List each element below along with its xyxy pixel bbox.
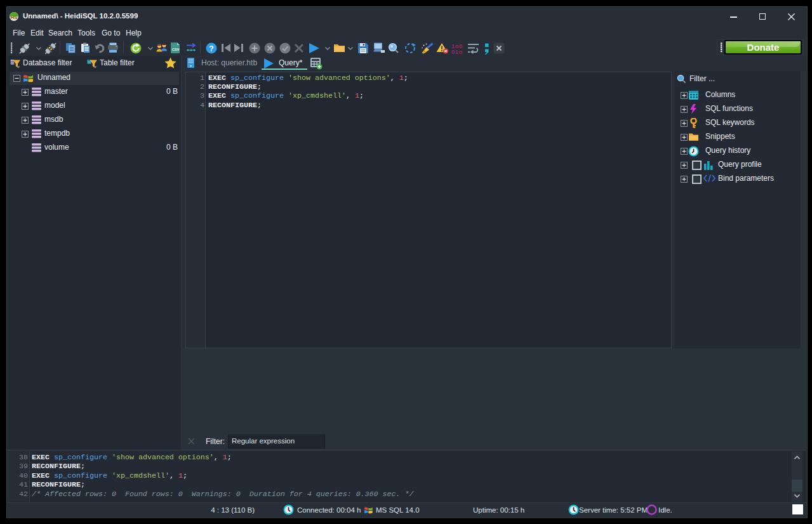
svg-text:01o: 01o — [451, 48, 463, 55]
svg-text:?: ? — [209, 44, 213, 53]
svg-text:CSV: CSV — [172, 48, 180, 51]
svg-text:HS: HS — [10, 15, 18, 20]
